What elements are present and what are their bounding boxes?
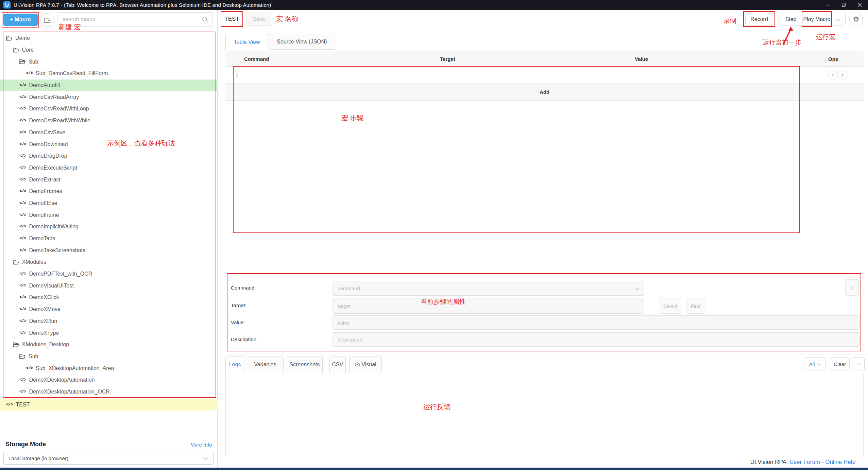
tree-item-demoxdesktopautomation_ocr[interactable]: </>DemoXDesktopAutomation_OCR (0, 386, 218, 398)
code-icon: </> (19, 248, 26, 253)
column-target: Target (440, 56, 455, 62)
tree-item-demovisualuitest[interactable]: </>DemoVisualUITest (0, 280, 218, 292)
settings-button[interactable]: ⚙ (849, 13, 863, 26)
form-comment-button[interactable]: // (845, 279, 859, 296)
command-select[interactable]: command (333, 281, 644, 296)
toolbar-separator (218, 30, 868, 30)
tree-item-demoautofill[interactable]: </>DemoAutofill (0, 80, 218, 91)
tree-item-test[interactable]: </> TEST (0, 399, 218, 411)
clear-logs-button[interactable]: Clear (830, 358, 850, 370)
tab-variables[interactable]: Variables (247, 356, 284, 373)
tree-item-label: DemoCsvReadArray (29, 94, 79, 100)
folder-icon (13, 260, 19, 265)
play-options-dropdown[interactable] (831, 13, 846, 25)
tree-item-demotakescreenshots[interactable]: </>DemoTakeScreenshots (0, 244, 218, 256)
tree-item-demoxmove[interactable]: </>DemoXMove (0, 303, 218, 315)
tree-item-demoiframe[interactable]: </>DemoIframe (0, 209, 218, 221)
folder-icon (19, 59, 25, 64)
window-title: UI.Vision RPA 7.0.7 - (Tab: Welcome to R… (14, 2, 271, 8)
record-button[interactable]: Record (745, 13, 773, 25)
tree-item-demoxrun[interactable]: </>DemoXRun (0, 315, 218, 327)
comment-step-button[interactable]: // (828, 70, 838, 80)
tree-item-label: DemoXType (29, 330, 59, 336)
save-button[interactable]: Save (246, 13, 271, 26)
tree-item-demo[interactable]: Demo (0, 32, 218, 44)
tree-item-demopdftest_with_ocr[interactable]: </>DemoPDFTest_with_OCR (0, 268, 218, 280)
tab-screenshots[interactable]: Screenshots (287, 356, 323, 373)
minimize-button[interactable] (820, 0, 836, 10)
close-button[interactable] (852, 0, 867, 10)
tab-source-view[interactable]: Source View (JSON) (269, 34, 335, 50)
tree-item-demoxclick[interactable]: </>DemoXClick (0, 292, 218, 303)
tree-item-sub[interactable]: Sub (0, 56, 218, 68)
column-ops: Ops (828, 56, 838, 62)
value-input[interactable] (333, 315, 860, 330)
tab-logs[interactable]: Logs (225, 356, 244, 373)
tab-table-view[interactable]: Table View (225, 34, 268, 50)
tree-item-demoxdesktopautomation[interactable]: </>DemoXDesktopAutomation (0, 374, 218, 386)
tree-item-xmodules_desktop[interactable]: XModules_Desktop (0, 339, 218, 351)
online-help-link[interactable]: Online Help (825, 459, 855, 465)
target-input[interactable] (333, 298, 644, 314)
tree-item-democsvreadarray[interactable]: </>DemoCsvReadArray (0, 91, 218, 103)
tree-item-demoframes[interactable]: </>DemoFrames (0, 186, 218, 197)
tree-item-demoifelse[interactable]: </>DemoIfElse (0, 197, 218, 209)
row-number: 1 (236, 72, 238, 78)
tab-visual[interactable]: Visual (349, 356, 382, 373)
bottom-accent-bar (0, 468, 868, 470)
step-row-1[interactable]: 1 // + (225, 67, 864, 84)
tab-label: Logs (229, 362, 241, 368)
tree-item-label: DemoDownload (29, 141, 68, 147)
tab-label: Visual (361, 362, 376, 368)
add-row-button[interactable]: Add (225, 84, 864, 101)
tree-item-label: Sub (29, 353, 38, 360)
add-step-button[interactable]: + (838, 70, 847, 80)
logs-filter-select[interactable]: All (804, 358, 826, 370)
annotation-run-step: 运行当前一步 (763, 38, 801, 47)
tab-csv[interactable]: CSV (329, 356, 346, 373)
annotation-macro-name: 宏 名称 (276, 14, 299, 23)
select-button[interactable]: Select (659, 298, 681, 314)
tree-item-label: DemoTabs (29, 236, 55, 242)
new-folder-button[interactable] (40, 13, 54, 27)
tree-item-xmodules[interactable]: XModules (0, 256, 218, 268)
code-icon: </> (19, 177, 26, 182)
tree-item-core[interactable]: Core (0, 44, 218, 56)
tree-item-demoexecutescript[interactable]: </>DemoExecuteScript (0, 162, 218, 174)
tree-item-demoxtype[interactable]: </>DemoXType (0, 327, 218, 339)
code-icon: </> (19, 83, 26, 88)
code-icon: </> (19, 213, 26, 217)
tree-item-demotabs[interactable]: </>DemoTabs (0, 233, 218, 245)
tree-item-sub_democsvread_fillform[interactable]: </>Sub_DemoCsvRead_FillForm (0, 68, 218, 80)
user-forum-link[interactable]: User Forum (789, 459, 820, 465)
new-macro-button[interactable]: + Macro (3, 14, 38, 26)
description-input[interactable] (333, 332, 860, 347)
footer: UI.Vision RPA: User Forum - Online Help (750, 459, 855, 466)
tree-item-sub[interactable]: Sub (0, 351, 218, 363)
restore-button[interactable] (836, 0, 852, 10)
storage-mode-select[interactable]: Local Storage (in browser) (3, 452, 214, 465)
step-button[interactable]: Step (779, 13, 803, 25)
tree-item-label: DemoPDFTest_with_OCR (29, 271, 92, 277)
code-icon: </> (19, 154, 26, 158)
more-info-link[interactable]: More Info (190, 442, 212, 448)
search-input[interactable] (62, 16, 202, 23)
find-button[interactable]: Find (686, 298, 705, 314)
logs-collapse-button[interactable] (853, 358, 865, 370)
tree-item-demoextract[interactable]: </>DemoExtract (0, 174, 218, 186)
tree-item-democsvreadwithwhile[interactable]: </>DemoCsvReadWithWhile (0, 115, 218, 127)
tree-item-label: XModules_Desktop (22, 342, 69, 348)
chevron-down-icon (635, 286, 639, 290)
tree-item-label: Sub (29, 59, 38, 65)
tree-item-democsvreadwithloop[interactable]: </>DemoCsvReadWithLoop (0, 103, 218, 115)
tree-item-democsvsave[interactable]: </>DemoCsvSave (0, 127, 218, 139)
search-icon[interactable] (202, 16, 208, 23)
tree-item-label: DemoXDesktopAutomation (29, 377, 95, 383)
play-macro-button[interactable]: Play Macro (803, 13, 831, 25)
tree-item-sub_xdesktopautomation_area[interactable]: </>Sub_XDesktopAutomation_Area (0, 362, 218, 374)
tree-item-demodragdrop[interactable]: </>DemoDragDrop (0, 150, 218, 162)
tree-item-demoimplicitwaiting[interactable]: </>DemoImplicitWaiting (0, 221, 218, 233)
annotation-macro-steps: 宏 步骤 (341, 114, 364, 123)
tree-item-label: XModules (22, 259, 46, 265)
storage-mode-value: Local Storage (in browser) (8, 455, 204, 461)
